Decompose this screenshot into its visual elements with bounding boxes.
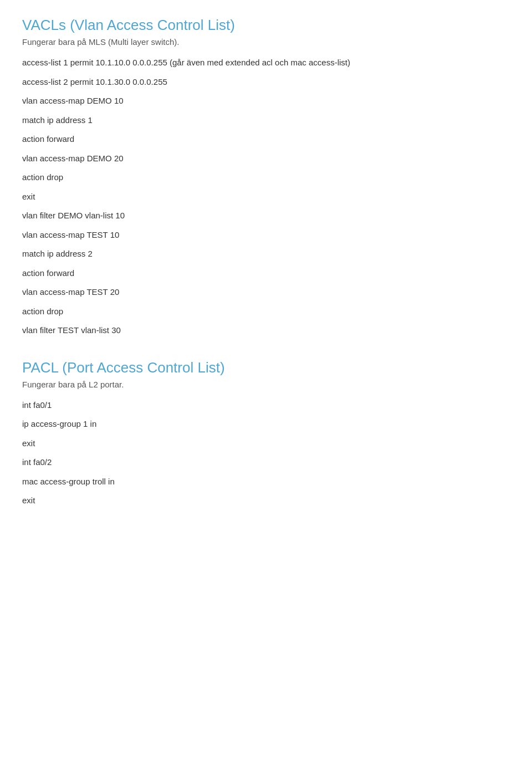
vacl-line-7: exit [22, 191, 510, 203]
pacl-line-2: exit [22, 437, 510, 450]
vacl-line-6: action drop [22, 171, 510, 184]
vacl-line-1: access-list 2 permit 10.1.30.0 0.0.0.255 [22, 76, 510, 89]
vacl-line-3: match ip address 1 [22, 114, 510, 127]
pacl-line-0: int fa0/1 [22, 399, 510, 412]
vacl-line-9: vlan access-map TEST 10 [22, 229, 510, 242]
pacl-line-3: int fa0/2 [22, 456, 510, 469]
vacl-line-2: vlan access-map DEMO 10 [22, 95, 510, 108]
vacl-line-11: action forward [22, 267, 510, 280]
vacl-line-10: match ip address 2 [22, 248, 510, 261]
vacl-title: VACLs (Vlan Access Control List) [22, 17, 510, 34]
pacl-section: PACL (Port Access Control List) Fungerar… [22, 359, 510, 507]
pacl-lines: int fa0/1 ip access-group 1 in exit int … [22, 399, 510, 507]
vacl-line-5: vlan access-map DEMO 20 [22, 152, 510, 165]
pacl-line-5: exit [22, 494, 510, 507]
vacl-line-13: action drop [22, 305, 510, 318]
vacl-line-8: vlan filter DEMO vlan-list 10 [22, 210, 510, 222]
pacl-title: PACL (Port Access Control List) [22, 359, 510, 376]
vacl-line-0: access-list 1 permit 10.1.10.0 0.0.0.255… [22, 57, 510, 69]
pacl-subtitle: Fungerar bara på L2 portar. [22, 380, 510, 389]
vacl-lines: access-list 1 permit 10.1.10.0 0.0.0.255… [22, 57, 510, 337]
pacl-line-4: mac access-group troll in [22, 476, 510, 488]
vacl-line-4: action forward [22, 133, 510, 146]
vacl-line-14: vlan filter TEST vlan-list 30 [22, 324, 510, 337]
pacl-line-1: ip access-group 1 in [22, 418, 510, 431]
vacl-subtitle: Fungerar bara på MLS (Multi layer switch… [22, 37, 510, 47]
vacl-line-12: vlan access-map TEST 20 [22, 286, 510, 299]
